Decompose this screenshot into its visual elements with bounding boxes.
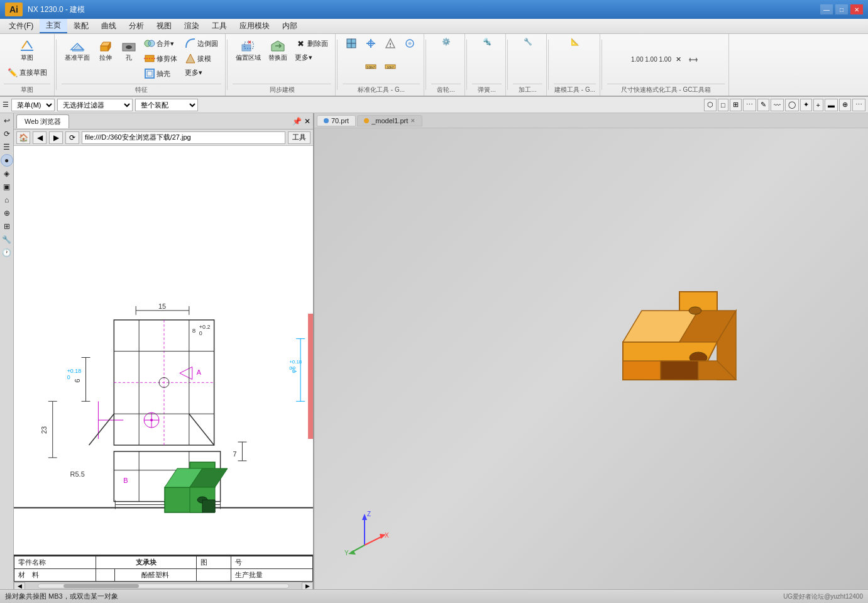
cmd-btn-2[interactable]: □ (718, 99, 728, 111)
cmd-btn-6[interactable]: 〰 (771, 99, 784, 111)
viewport-tab-model1[interactable]: _model1.prt ✕ (357, 115, 422, 126)
scroll-left-btn[interactable]: ◀ (14, 582, 25, 590)
ribbon-btn-std2[interactable] (362, 36, 381, 50)
cmd-btn-12[interactable]: ⋯ (852, 99, 865, 111)
cmd-btn-7[interactable]: ◯ (785, 99, 799, 111)
viewport-area: 70.prt _model1.prt ✕ (314, 113, 868, 589)
replace-face-icon (270, 38, 285, 53)
sidebar-btn-1[interactable]: ↩ (1, 114, 13, 127)
workspace: ↩ ⟳ ☰ ● ◈ ▣ ⌂ ⊕ ⊞ 🔧 🕐 Web 浏览器 📌 ✕ 🏠 ◀ ▶ … (0, 113, 868, 589)
sidebar-btn-2[interactable]: ⟳ (1, 128, 13, 140)
sidebar-btn-4[interactable]: ● (1, 154, 13, 167)
sketch-label: 草图 (21, 53, 33, 62)
ribbon-group-std-tools: 10h7 10h7 标准化工具 - G... (339, 34, 424, 96)
ribbon-btn-std3[interactable] (382, 36, 400, 50)
ribbon-btn-extrude[interactable]: 拉伸 (94, 36, 117, 64)
close-button[interactable]: ✕ (850, 4, 863, 14)
svg-line-2 (27, 41, 32, 48)
shell-icon (144, 68, 155, 79)
sidebar-btn-9[interactable]: ⊞ (1, 220, 13, 233)
ribbon-btn-x-icon[interactable]: ✕ (673, 54, 684, 65)
ribbon-btn-spring[interactable]: 🔩 (480, 36, 495, 47)
ribbon-btn-trim[interactable]: 修剪体 (141, 52, 180, 65)
menu-home[interactable]: 主页 (40, 19, 67, 33)
ribbon-btn-draft[interactable]: 拔模 (182, 52, 221, 65)
ribbon-btn-std5[interactable]: 10h7 (362, 60, 381, 74)
tab-close-btn[interactable]: ✕ (410, 118, 415, 124)
sidebar-btn-clock[interactable]: 🕐 (1, 246, 13, 259)
ribbon-btn-machining[interactable]: 🔧 (520, 36, 536, 47)
cmd-btn-8[interactable]: ✦ (800, 99, 812, 111)
sidebar-btn-5[interactable]: ◈ (1, 167, 13, 180)
assembly-select[interactable]: 整个装配 (135, 99, 198, 111)
menu-internal[interactable]: 内部 (276, 19, 304, 33)
viewport-tab-70prt[interactable]: 70.prt (317, 115, 356, 126)
minimize-button[interactable]: — (820, 4, 833, 14)
cmd-btn-1[interactable]: ⬡ (704, 99, 717, 111)
browser-tools-btn[interactable]: 工具 (288, 131, 310, 144)
ribbon-sync-buttons: 偏置区域 替换面 ✖ 删除面 更多▾ (233, 36, 331, 82)
cmd-btn-5[interactable]: ✎ (757, 99, 769, 111)
cmd-btn-3[interactable]: ⊞ (730, 99, 742, 111)
datum-plane-label: 基准平面 (65, 53, 90, 62)
viewport-3d[interactable]: Z X Y (314, 128, 868, 589)
menu-analysis[interactable]: 分析 (123, 19, 150, 33)
menu-file[interactable]: 文件(F) (3, 19, 40, 33)
sidebar-btn-3[interactable]: ☰ (1, 141, 13, 153)
menu-view[interactable]: 视图 (150, 19, 178, 33)
ribbon-btn-datum-plane[interactable]: 基准平面 (62, 36, 93, 64)
cmd-btn-4[interactable]: ⋯ (743, 99, 756, 111)
panel-pin-btn[interactable]: 📌 (292, 117, 302, 126)
ribbon-btn-sketch[interactable]: 草图 (16, 36, 38, 64)
maximize-button[interactable]: □ (835, 4, 848, 14)
cmd-btn-10[interactable]: ▬ (825, 99, 838, 111)
menu-curve[interactable]: 曲线 (95, 19, 123, 33)
cmd-btn-11[interactable]: ⊕ (839, 99, 851, 111)
svg-text:B: B (123, 477, 128, 484)
ribbon-btn-direct-sketch[interactable]: ✏️ 直接草图 (4, 65, 50, 79)
ribbon-btn-std1[interactable] (343, 36, 361, 50)
browser-home-btn[interactable]: 🏠 (16, 131, 30, 144)
ribbon-btn-more-features[interactable]: 更多▾ (182, 67, 221, 79)
ribbon-btn-std6[interactable]: 10h7 (382, 60, 400, 74)
svg-point-109 (689, 307, 701, 314)
ribbon-btn-dim1[interactable] (686, 54, 701, 65)
ribbon-btn-offset-region[interactable]: 偏置区域 (233, 36, 264, 64)
menu-assembly[interactable]: 装配 (67, 19, 95, 33)
panel-close-btn[interactable]: ✕ (304, 117, 310, 126)
ribbon-group-spring: 🔩 弹簧... (468, 34, 506, 96)
browser-url-input[interactable] (82, 131, 285, 144)
cmd-btn-9[interactable]: + (813, 99, 823, 111)
ribbon-btn-std4[interactable] (401, 36, 420, 50)
ribbon-btn-more-sync[interactable]: 更多▾ (292, 52, 331, 64)
browser-forward-btn[interactable]: ▶ (49, 131, 63, 144)
scroll-right-btn[interactable]: ▶ (302, 582, 313, 590)
sidebar-btn-6[interactable]: ▣ (1, 180, 13, 193)
filter-select[interactable]: 无选择过滤器 (57, 99, 133, 111)
ribbon-btn-merge[interactable]: 合并▾ (141, 36, 180, 50)
panel-tab-browser[interactable]: Web 浏览器 (16, 114, 69, 128)
ribbon-btn-shell[interactable]: 抽壳 (141, 67, 180, 80)
ribbon-btn-modeling[interactable]: 📐 (568, 36, 583, 47)
menu-select[interactable]: 菜单(M) (11, 99, 55, 111)
menu-tools[interactable]: 工具 (206, 19, 233, 33)
group-features-label: 特征 (62, 84, 221, 94)
ribbon-btn-delete-face[interactable]: ✖ 删除面 (292, 36, 331, 50)
direct-sketch-icon: ✏️ (7, 67, 18, 78)
scroll-thumb[interactable] (63, 584, 139, 588)
ribbon-btn-gear[interactable]: ⚙️ (439, 36, 454, 47)
browser-refresh-btn[interactable]: ⟳ (65, 131, 79, 144)
sidebar-btn-10[interactable]: 🔧 (1, 233, 13, 246)
ribbon-btn-replace-face[interactable]: 替换面 (265, 36, 290, 64)
menu-appmodule[interactable]: 应用模块 (233, 19, 276, 33)
sidebar-btn-8[interactable]: ⊕ (1, 207, 13, 219)
viewport-tabs: 70.prt _model1.prt ✕ (314, 113, 868, 128)
hole-label: 孔 (126, 53, 132, 62)
menu-render[interactable]: 渲染 (178, 19, 206, 33)
scroll-track[interactable] (38, 584, 289, 589)
browser-back-btn[interactable]: ◀ (33, 131, 47, 144)
ribbon-btn-hole[interactable]: 孔 (118, 36, 140, 64)
ribbon-btn-edge-blend[interactable]: 边倒圆 (182, 36, 221, 50)
window-controls[interactable]: — □ ✕ (820, 4, 863, 14)
sidebar-btn-7[interactable]: ⌂ (1, 194, 13, 206)
